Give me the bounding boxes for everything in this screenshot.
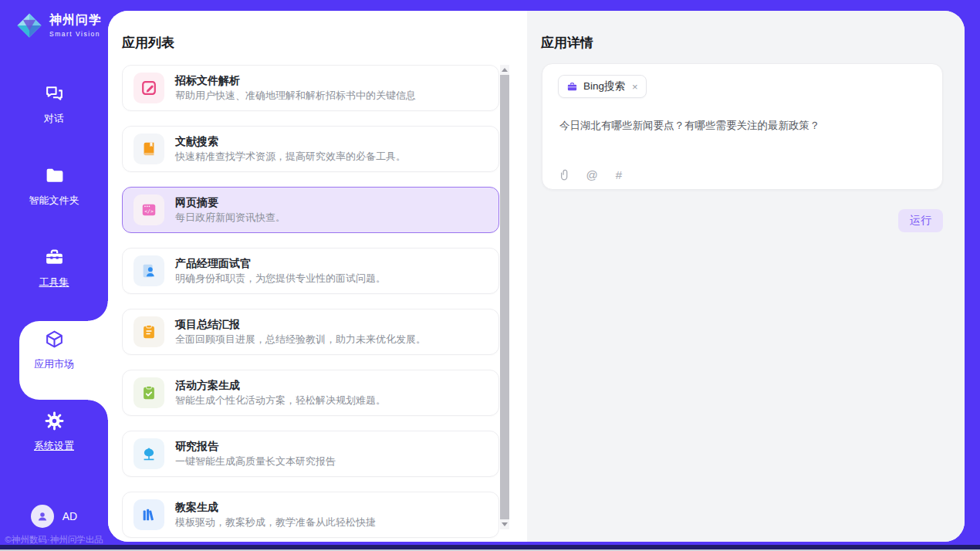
app-card-description: 一键智能生成高质量长文本研究报告 [175,455,336,468]
folder-icon [44,165,65,186]
app-card-title: 网页摘要 [175,195,286,209]
svg-text:</>: </> [144,208,154,215]
app-card-text: 网页摘要每日政府新闻资讯快查。 [175,195,286,225]
tool-chip-label: Bing搜索 [583,79,625,93]
sidebar-item-label: 系统设置 [34,439,74,453]
browser-code-icon: </> [133,194,164,225]
attachment-icon[interactable] [558,167,572,181]
gear-icon [44,411,65,431]
prompt-composer: Bing搜索 × 今日湖北有哪些新闻要点？有哪些需要关注的最新政策？ @ # [542,63,943,190]
tool-chip-bing-search[interactable]: Bing搜索 × [558,75,647,98]
brand-subtitle: Smart Vision [49,30,102,38]
app-card-title: 活动方案生成 [175,378,386,392]
app-card-description: 快速精准查找学术资源，提高研究效率的必备工具。 [175,150,406,164]
active-tab-top-curve [88,301,108,321]
brand-logo: 神州问学 Smart Vision [0,0,108,63]
sidebar-item-label: 应用市场 [34,357,74,371]
sidebar-item-label: 工具集 [39,276,69,289]
app-card-event-plan[interactable]: 活动方案生成智能生成个性化活动方案，轻松解决规划难题。 [122,370,499,416]
chat-icon [44,83,65,104]
sidebar-item-label: 对话 [44,112,64,126]
sidebar-item-toolset[interactable]: 工具集 [0,227,108,309]
app-card-description: 全面回顾项目进展，总结经验教训，助力未来优化发展。 [175,333,426,346]
clipboard-check-icon [133,377,164,408]
app-card-literature-search[interactable]: 文献搜索快速精准查找学术资源，提高研究效率的必备工具。 [122,126,499,172]
run-button[interactable]: 运行 [898,209,943,232]
sidebar-item-chat[interactable]: 对话 [0,63,108,145]
app-card-title: 研究报告 [175,439,336,453]
sidebar-nav: 对话智能文件夹工具集应用市场系统设置 [0,63,108,472]
app-card-description: 模板驱动，教案秒成，教学准备从此轻松快捷 [175,516,376,529]
user-initials: AD [63,510,77,522]
scrollbar-down-arrow[interactable] [500,519,509,529]
app-card-text: 活动方案生成智能生成个性化活动方案，轻松解决规划难题。 [175,378,386,407]
app-card-text: 研究报告一键智能生成高质量长文本研究报告 [175,439,336,468]
diamond-logo-icon [15,12,43,39]
scrollbar-thumb[interactable] [500,75,509,519]
interviewer-icon [133,255,164,286]
app-card-text: 招标文件解析帮助用户快速、准确地理解和解析招标书中的关键信息 [175,73,416,103]
brand-title: 神州问学 [49,12,102,29]
app-card-text: 教案生成模板驱动，教案秒成，教学准备从此轻松快捷 [175,500,376,529]
app-list-title: 应用列表 [122,34,174,52]
cube-icon [44,329,65,350]
app-card-title: 产品经理面试官 [175,256,386,270]
report-icon [133,438,164,469]
composer-toolbar: @ # [558,167,626,181]
app-card-lesson-plan[interactable]: 教案生成模板驱动，教案秒成，教学准备从此轻松快捷 [122,492,499,538]
toolbox-icon [44,247,65,268]
user-account[interactable]: AD [0,505,108,528]
avatar [31,505,54,528]
app-card-text: 产品经理面试官明确身份和职责，为您提供专业性的面试问题。 [175,256,386,286]
scrollbar-up-arrow[interactable] [500,65,509,75]
app-window: 神州问学 Smart Vision 对话智能文件夹工具集应用市场系统设置 AD … [0,0,980,551]
book-icon [133,134,164,164]
app-card-title: 教案生成 [175,500,376,514]
app-card-research-report[interactable]: 研究报告一键智能生成高质量长文本研究报告 [122,431,499,477]
sidebar-item-label: 智能文件夹 [29,194,79,208]
app-detail-title: 应用详情 [541,34,593,52]
app-card-project-summary[interactable]: 项目总结汇报全面回顾项目进展，总结经验教训，助力未来优化发展。 [122,309,499,355]
sidebar-item-app-market[interactable]: 应用市场 [0,309,108,390]
person-icon [35,509,49,523]
app-card-title: 招标文件解析 [175,73,416,87]
hashtag-icon[interactable]: # [612,167,626,181]
app-list: 招标文件解析帮助用户快速、准确地理解和解析招标书中的关键信息文献搜索快速精准查找… [122,65,499,540]
chip-close-icon[interactable]: × [632,81,638,93]
prompt-text-input[interactable]: 今日湖北有哪些新闻要点？有哪些需要关注的最新政策？ [559,118,919,134]
briefcase-icon [566,81,578,93]
app-detail-panel: 应用详情 Bing搜索 × 今日湖北有哪些新闻要点？有哪些需要关注的最新政策？ [527,11,965,542]
app-card-bid-doc-parse[interactable]: 招标文件解析帮助用户快速、准确地理解和解析招标书中的关键信息 [122,65,499,111]
app-card-text: 文献搜索快速精准查找学术资源，提高研究效率的必备工具。 [175,134,406,164]
app-card-description: 智能生成个性化活动方案，轻松解决规划难题。 [175,394,386,407]
clipboard-icon [133,316,164,347]
app-card-description: 明确身份和职责，为您提供专业性的面试问题。 [175,272,386,286]
app-card-title: 项目总结汇报 [175,317,426,331]
app-card-pm-interviewer[interactable]: 产品经理面试官明确身份和职责，为您提供专业性的面试问题。 [122,248,499,294]
mention-icon[interactable]: @ [585,167,599,181]
app-card-description: 帮助用户快速、准确地理解和解析招标书中的关键信息 [175,90,416,103]
sidebar-item-smart-folders[interactable]: 智能文件夹 [0,145,108,227]
sidebar-item-settings[interactable]: 系统设置 [0,390,108,472]
copyright-text: ©神州数码·神州问学出品 [0,534,108,546]
app-list-panel: 应用列表 招标文件解析帮助用户快速、准确地理解和解析招标书中的关键信息文献搜索快… [108,11,527,542]
books-icon [133,499,164,530]
app-card-description: 每日政府新闻资讯快查。 [175,211,286,225]
app-card-web-summary[interactable]: </>网页摘要每日政府新闻资讯快查。 [122,187,499,233]
sidebar: 神州问学 Smart Vision 对话智能文件夹工具集应用市场系统设置 AD … [0,0,108,551]
app-card-text: 项目总结汇报全面回顾项目进展，总结经验教训，助力未来优化发展。 [175,317,426,346]
scrollbar[interactable] [500,65,509,529]
content-area: 应用列表 招标文件解析帮助用户快速、准确地理解和解析招标书中的关键信息文献搜索快… [108,11,965,542]
doc-edit-icon [133,73,164,103]
app-card-title: 文献搜索 [175,134,406,148]
